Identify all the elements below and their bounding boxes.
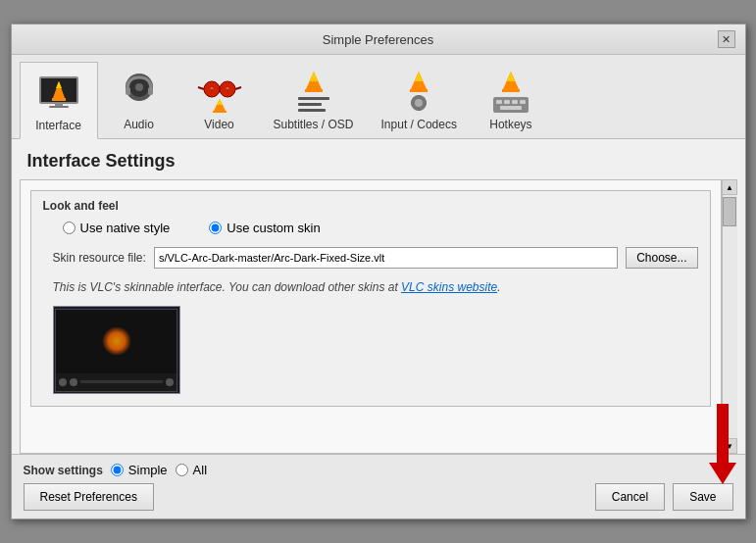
simple-radio[interactable] xyxy=(111,464,124,476)
svg-rect-28 xyxy=(410,89,428,92)
skin-row: Skin resource file: Choose... xyxy=(43,247,698,269)
svg-line-15 xyxy=(235,87,241,89)
choose-button[interactable]: Choose... xyxy=(626,247,697,269)
svg-rect-38 xyxy=(493,97,529,113)
svg-rect-42 xyxy=(520,100,526,104)
scroll-down-arrow[interactable]: ▼ xyxy=(722,438,737,454)
info-text-content: This is VLC's skinnable interface. You c… xyxy=(53,280,402,294)
svg-rect-4 xyxy=(52,98,66,101)
svg-rect-22 xyxy=(305,89,323,92)
scrollbar[interactable]: ▲ ▼ xyxy=(722,179,737,454)
ctrl-dot-1 xyxy=(59,378,67,386)
skin-label: Skin resource file: xyxy=(53,251,146,265)
svg-rect-24 xyxy=(298,103,322,106)
svg-rect-40 xyxy=(504,100,510,104)
cancel-button[interactable]: Cancel xyxy=(595,483,665,511)
svg-marker-21 xyxy=(310,72,318,81)
svg-point-11 xyxy=(135,83,143,91)
radio-custom[interactable] xyxy=(209,222,222,234)
subtitles-icon xyxy=(290,68,337,115)
main-panel: Look and feel Use native style Use custo… xyxy=(12,179,745,454)
ctrl-dot-3 xyxy=(166,378,174,386)
simple-radio-option[interactable]: Simple xyxy=(111,463,168,477)
info-text: This is VLC's skinnable interface. You c… xyxy=(43,278,698,296)
reset-button[interactable]: Reset Preferences xyxy=(24,483,154,511)
button-row: Reset Preferences Cancel Save xyxy=(24,483,733,511)
svg-rect-34 xyxy=(424,101,427,105)
look-and-feel-group: Look and feel Use native style Use custo… xyxy=(30,190,711,407)
svg-rect-32 xyxy=(417,108,421,111)
radio-custom-option[interactable]: Use custom skin xyxy=(209,221,320,235)
svg-marker-36 xyxy=(507,72,515,81)
svg-rect-37 xyxy=(502,89,520,92)
tab-input[interactable]: Input / Codecs xyxy=(369,61,470,138)
save-button[interactable]: Save xyxy=(673,483,732,511)
svg-rect-41 xyxy=(512,100,518,104)
svg-rect-25 xyxy=(298,109,326,112)
svg-rect-10 xyxy=(148,87,153,95)
svg-rect-6 xyxy=(49,106,69,108)
info-suffix: . xyxy=(497,280,500,294)
radio-native-option[interactable]: Use native style xyxy=(63,221,171,235)
skin-preview xyxy=(53,306,180,394)
tab-audio[interactable]: Audio xyxy=(100,61,178,138)
svg-rect-19 xyxy=(213,111,227,113)
group-legend: Look and feel xyxy=(43,199,698,213)
ctrl-dot-2 xyxy=(70,378,77,386)
scroll-up-arrow[interactable]: ▲ xyxy=(722,179,737,195)
input-icon xyxy=(395,68,442,115)
bottom-bar: Show settings Simple All Reset Preferenc… xyxy=(12,454,745,518)
svg-line-14 xyxy=(198,87,204,89)
tab-input-label: Input / Codecs xyxy=(381,118,457,131)
svg-point-30 xyxy=(415,99,423,107)
player-controls xyxy=(56,373,176,391)
video-icon xyxy=(196,68,243,115)
svg-rect-9 xyxy=(126,87,130,95)
ctrl-progress xyxy=(80,380,163,383)
svg-rect-33 xyxy=(411,101,414,105)
svg-rect-23 xyxy=(298,97,329,100)
skin-input[interactable] xyxy=(154,247,618,269)
all-radio[interactable] xyxy=(176,464,188,476)
tab-subtitles-label: Subtitles / OSD xyxy=(274,118,354,131)
tab-bar: Interface Audio xyxy=(12,55,745,139)
show-settings-row: Show settings Simple All xyxy=(24,463,733,477)
player-screen xyxy=(56,310,176,373)
vlc-skins-link[interactable]: VLC skins website xyxy=(401,280,497,294)
tab-audio-label: Audio xyxy=(124,118,154,131)
simple-preferences-dialog: Simple Preferences ✕ Interface xyxy=(11,24,746,519)
tab-interface-label: Interface xyxy=(35,119,81,132)
radio-row: Use native style Use custom skin xyxy=(43,221,698,235)
radio-native[interactable] xyxy=(63,222,76,234)
svg-marker-18 xyxy=(217,99,223,105)
svg-rect-39 xyxy=(496,100,502,104)
player-preview xyxy=(55,309,177,392)
show-settings-label: Show settings xyxy=(24,464,103,477)
section-title: Interface Settings xyxy=(12,139,745,179)
interface-icon xyxy=(35,69,82,116)
tab-video[interactable]: Video xyxy=(180,61,259,138)
audio-icon xyxy=(116,68,163,115)
tab-hotkeys[interactable]: Hotkeys xyxy=(472,61,550,138)
radio-native-label: Use native style xyxy=(80,221,171,235)
tab-interface[interactable]: Interface xyxy=(20,62,98,139)
tab-video-label: Video xyxy=(204,118,233,131)
radio-custom-label: Use custom skin xyxy=(227,221,320,235)
tab-subtitles[interactable]: Subtitles / OSD xyxy=(261,61,367,138)
simple-label: Simple xyxy=(128,463,168,477)
all-label: All xyxy=(193,463,207,477)
hotkeys-icon xyxy=(487,68,534,115)
scroll-thumb[interactable] xyxy=(723,197,736,226)
dialog-title: Simple Preferences xyxy=(39,32,718,47)
tab-hotkeys-label: Hotkeys xyxy=(489,118,531,131)
svg-rect-31 xyxy=(417,95,421,98)
svg-rect-43 xyxy=(500,106,522,110)
svg-marker-27 xyxy=(415,72,423,81)
close-button[interactable]: ✕ xyxy=(718,30,735,48)
player-glow xyxy=(102,326,131,356)
title-bar: Simple Preferences ✕ xyxy=(12,25,745,55)
content-area: Interface Settings Look and feel Use nat… xyxy=(12,139,745,454)
all-radio-option[interactable]: All xyxy=(176,463,207,477)
